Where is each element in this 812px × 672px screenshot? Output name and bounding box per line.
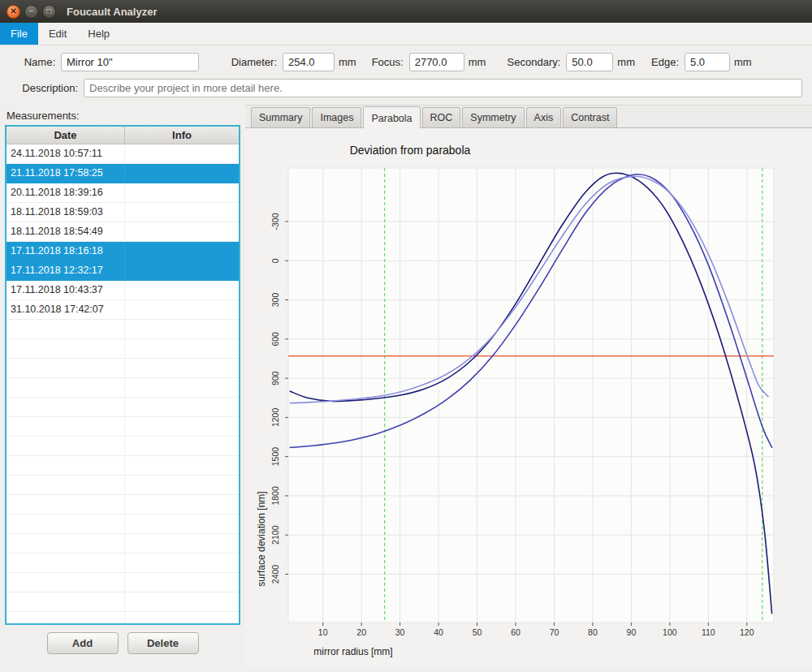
description-input[interactable]: [84, 79, 802, 97]
measurement-info: [125, 261, 239, 280]
tab-images[interactable]: Images: [312, 107, 361, 127]
name-input[interactable]: [61, 53, 199, 71]
svg-text:-300: -300: [270, 213, 280, 230]
svg-text:100: 100: [663, 627, 677, 637]
name-label: Name:: [10, 56, 55, 68]
svg-text:1500: 1500: [270, 447, 280, 467]
project-form: Name: Diameter: mm Focus: mm Secondary: …: [0, 45, 812, 105]
svg-text:2400: 2400: [270, 565, 280, 584]
column-header-date[interactable]: Date: [6, 127, 125, 144]
menu-file[interactable]: File: [0, 23, 38, 45]
menu-edit[interactable]: Edit: [38, 23, 77, 45]
measurements-table: Date Info 24.11.2018 10:57:1121.11.2018 …: [5, 125, 240, 625]
focus-label: Focus:: [368, 56, 404, 68]
measurement-row[interactable]: 18.11.2018 18:59:03: [6, 203, 239, 222]
empty-row: [6, 476, 239, 495]
empty-row: [6, 437, 239, 456]
menubar: FileEditHelp: [0, 23, 812, 45]
tab-contrast[interactable]: Contrast: [563, 107, 617, 127]
measurements-actions: Add Delete: [5, 625, 240, 654]
window-title: Foucault Analyzer: [67, 6, 157, 18]
empty-row: [6, 398, 239, 417]
focus-input[interactable]: [409, 53, 464, 71]
measurement-row[interactable]: 18.11.2018 18:54:49: [6, 222, 239, 242]
empty-row: [6, 612, 239, 625]
empty-row: [6, 573, 239, 592]
diameter-label: Diameter:: [220, 56, 277, 68]
empty-row: [6, 515, 239, 534]
tab-roc[interactable]: ROC: [422, 107, 461, 127]
measurement-row[interactable]: 20.11.2018 18:39:16: [6, 183, 239, 203]
column-header-info[interactable]: Info: [125, 127, 239, 144]
svg-text:1200: 1200: [270, 408, 280, 428]
svg-text:50: 50: [473, 627, 482, 637]
svg-text:300: 300: [270, 293, 280, 308]
measurement-date: 17.11.2018 18:16:18: [6, 242, 125, 261]
svg-text:2100: 2100: [270, 525, 280, 545]
measurement-row[interactable]: 17.11.2018 12:32:17: [6, 261, 239, 281]
svg-text:0: 0: [270, 258, 280, 263]
focus-unit: mm: [469, 56, 486, 68]
empty-row: [6, 592, 239, 612]
measurement-date: 18.11.2018 18:59:03: [6, 203, 125, 222]
empty-row: [6, 417, 239, 437]
measurements-label: Measurements:: [5, 108, 240, 125]
measurement-date: 20.11.2018 18:39:16: [6, 183, 125, 202]
delete-button[interactable]: Delete: [127, 632, 199, 654]
diameter-input[interactable]: [283, 53, 335, 71]
measurement-date: 21.11.2018 17:58:25: [6, 164, 125, 183]
secondary-input[interactable]: [566, 53, 613, 71]
tab-parabola[interactable]: Parabola: [363, 106, 420, 128]
measurement-info: [125, 203, 239, 222]
window-close-button[interactable]: ✕: [6, 5, 20, 19]
svg-text:120: 120: [740, 627, 754, 637]
measurement-row[interactable]: 17.11.2018 10:43:37: [6, 281, 239, 300]
measurement-row[interactable]: 21.11.2018 17:58:25: [6, 164, 239, 183]
empty-row: [6, 359, 239, 378]
tab-symmetry[interactable]: Symmetry: [462, 107, 524, 127]
titlebar: ✕ − □ Foucault Analyzer: [0, 0, 812, 23]
tab-summary[interactable]: Summary: [251, 107, 310, 127]
measurement-date: 18.11.2018 18:54:49: [6, 222, 125, 241]
measurement-info: [125, 144, 239, 163]
deviation-chart-svg: 102030405060708090100110120-300030060090…: [245, 128, 812, 666]
svg-text:Deviation from parabola: Deviation from parabola: [350, 144, 471, 157]
measurements-panel: Measurements: Date Info 24.11.2018 10:57…: [0, 105, 245, 666]
svg-text:110: 110: [702, 627, 715, 637]
measurement-row[interactable]: 31.10.2018 17:42:07: [6, 300, 239, 320]
secondary-label: Secondary:: [497, 56, 560, 68]
menu-help[interactable]: Help: [77, 23, 120, 45]
window-maximize-button[interactable]: □: [42, 5, 56, 19]
description-label: Description:: [10, 82, 78, 94]
svg-text:10: 10: [318, 627, 328, 637]
svg-text:60: 60: [511, 627, 520, 637]
measurement-date: 17.11.2018 12:32:17: [6, 261, 125, 280]
svg-text:40: 40: [434, 627, 443, 637]
measurement-info: [125, 222, 239, 241]
svg-text:90: 90: [627, 627, 637, 637]
empty-row: [6, 378, 239, 398]
window-minimize-button[interactable]: −: [24, 5, 38, 19]
analysis-panel: SummaryImagesParabolaROCSymmetryAxisCont…: [245, 105, 812, 666]
empty-row: [6, 495, 239, 515]
deviation-chart: 102030405060708090100110120-300030060090…: [245, 128, 812, 668]
measurement-info: [125, 242, 239, 261]
empty-row: [6, 339, 239, 359]
empty-row: [6, 534, 239, 554]
measurement-row[interactable]: 24.11.2018 10:57:11: [6, 144, 239, 164]
measurements-table-header: Date Info: [6, 127, 239, 144]
diameter-unit: mm: [339, 56, 356, 68]
edge-input[interactable]: [685, 53, 730, 71]
svg-text:20: 20: [356, 627, 366, 637]
svg-text:30: 30: [395, 627, 405, 637]
svg-text:surface deviation [nm]: surface deviation [nm]: [256, 491, 267, 586]
measurement-row[interactable]: 17.11.2018 18:16:18: [6, 242, 239, 261]
measurement-info: [125, 300, 239, 319]
svg-text:mirror radius [mm]: mirror radius [mm]: [313, 646, 392, 657]
add-button[interactable]: Add: [47, 632, 119, 654]
svg-text:900: 900: [270, 371, 280, 386]
measurement-date: 17.11.2018 10:43:37: [6, 281, 125, 299]
svg-text:80: 80: [588, 627, 598, 637]
svg-text:70: 70: [550, 627, 559, 637]
tab-axis[interactable]: Axis: [526, 107, 562, 127]
